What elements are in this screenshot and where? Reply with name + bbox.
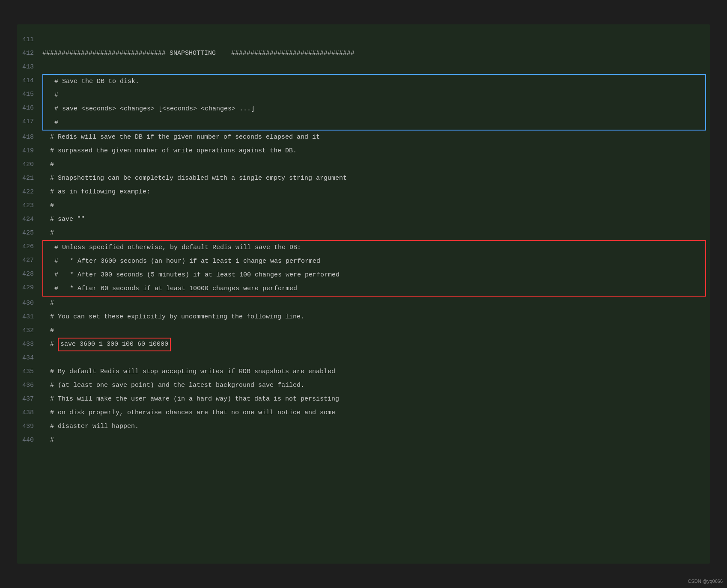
- line-num-415: 415: [17, 88, 42, 101]
- code-line-420: 420 #: [17, 158, 710, 172]
- line-content-424: # save "": [42, 213, 706, 226]
- line-num-426: 426: [17, 240, 42, 254]
- code-line-434: 434: [17, 351, 710, 365]
- line-num-420: 420: [17, 158, 42, 172]
- code-line-432: 432 #: [17, 324, 710, 338]
- line-num-421: 421: [17, 172, 42, 185]
- code-line-425: 425 #: [17, 226, 710, 240]
- line-content-439: # disaster will happen.: [42, 420, 706, 434]
- code-line-440: 440 #: [17, 434, 710, 447]
- line-content-430: #: [42, 297, 706, 310]
- line-num-413: 413: [17, 60, 42, 74]
- code-line-423: 423 #: [17, 199, 710, 213]
- line-num-430: 430: [17, 297, 42, 310]
- line-num-433: 433: [17, 338, 42, 351]
- line-num-437: 437: [17, 392, 42, 406]
- line-num-438: 438: [17, 406, 42, 420]
- code-line-412: 412 ################################ SNA…: [17, 47, 710, 60]
- code-line-435: 435 # By default Redis will stop accepti…: [17, 365, 710, 379]
- line-num-432: 432: [17, 324, 42, 338]
- code-line-424: 424 # save "": [17, 213, 710, 226]
- line-content-435: # By default Redis will stop accepting w…: [42, 365, 706, 379]
- line-content-416: # save <seconds> <changes> [<seconds> <c…: [47, 102, 702, 116]
- code-line-433: 433 # save 3600 1 300 100 60 10000: [17, 338, 710, 351]
- line-num-419: 419: [17, 144, 42, 158]
- code-line-421: 421 # Snapshotting can be completely dis…: [17, 172, 710, 185]
- code-line-436: 436 # (at least one save point) and the …: [17, 379, 710, 392]
- line-num-428: 428: [17, 267, 42, 281]
- line-content-431: # You can set these explicitly by uncomm…: [42, 310, 706, 324]
- code-line-438: 438 # on disk properly, otherwise chance…: [17, 406, 710, 420]
- line-content-412: ################################ SNAPSHO…: [42, 47, 706, 60]
- line-num-412: 412: [17, 47, 42, 60]
- line-hash-433: #: [42, 338, 58, 351]
- line-num-424: 424: [17, 213, 42, 226]
- line-content-425: #: [42, 226, 706, 240]
- line-num-431: 431: [17, 310, 42, 324]
- line-content-432: #: [42, 324, 706, 338]
- line-content-429: # * After 60 seconds if at least 10000 c…: [47, 282, 702, 296]
- line-num-414: 414: [17, 74, 42, 88]
- line-content-419: # surpassed the given number of write op…: [42, 144, 706, 158]
- line-num-439: 439: [17, 420, 42, 434]
- line-num-440: 440: [17, 434, 42, 447]
- line-content-418: # Redis will save the DB if the given nu…: [42, 131, 706, 144]
- code-line-431: 431 # You can set these explicitly by un…: [17, 310, 710, 324]
- code-line-413: 413: [17, 60, 710, 74]
- watermark: CSDN @yq0666: [688, 579, 723, 584]
- line-content-427: # * After 3600 seconds (an hour) if at l…: [47, 255, 702, 268]
- line-num-411: 411: [17, 33, 42, 47]
- line-content-438: # on disk properly, otherwise chances ar…: [42, 406, 706, 420]
- line-content-423: #: [42, 199, 706, 213]
- line-content-440: #: [42, 434, 706, 447]
- line-content-420: #: [42, 158, 706, 172]
- line-content-437: # This will make the user aware (in a ha…: [42, 392, 706, 406]
- line-save-red-box-433: save 3600 1 300 100 60 10000: [58, 338, 171, 351]
- line-num-416: 416: [17, 101, 42, 115]
- line-content-417: #: [47, 116, 702, 130]
- code-line-411: 411: [17, 33, 710, 47]
- code-line-437: 437 # This will make the user aware (in …: [17, 392, 710, 406]
- line-num-417: 417: [17, 115, 42, 129]
- line-content-414: # Save the DB to disk.: [47, 75, 702, 89]
- line-content-422: # as in following example:: [42, 185, 706, 199]
- line-num-429: 429: [17, 281, 42, 295]
- line-num-434: 434: [17, 351, 42, 365]
- line-content-426: # Unless specified otherwise, by default…: [47, 241, 702, 255]
- line-content-428: # * After 300 seconds (5 minutes) if at …: [47, 268, 702, 282]
- line-content-421: # Snapshotting can be completely disable…: [42, 172, 706, 185]
- line-content-415: #: [47, 89, 702, 102]
- code-line-419: 419 # surpassed the given number of writ…: [17, 144, 710, 158]
- line-num-436: 436: [17, 379, 42, 392]
- line-num-418: 418: [17, 131, 42, 144]
- line-num-423: 423: [17, 199, 42, 213]
- line-num-427: 427: [17, 254, 42, 267]
- line-num-435: 435: [17, 365, 42, 379]
- code-line-422: 422 # as in following example:: [17, 185, 710, 199]
- line-num-422: 422: [17, 185, 42, 199]
- code-line-418: 418 # Redis will save the DB if the give…: [17, 131, 710, 144]
- code-line-439: 439 # disaster will happen.: [17, 420, 710, 434]
- code-line-430: 430 #: [17, 297, 710, 310]
- code-editor: 411 412 ################################…: [17, 24, 710, 564]
- line-num-425: 425: [17, 226, 42, 240]
- line-content-436: # (at least one save point) and the late…: [42, 379, 706, 392]
